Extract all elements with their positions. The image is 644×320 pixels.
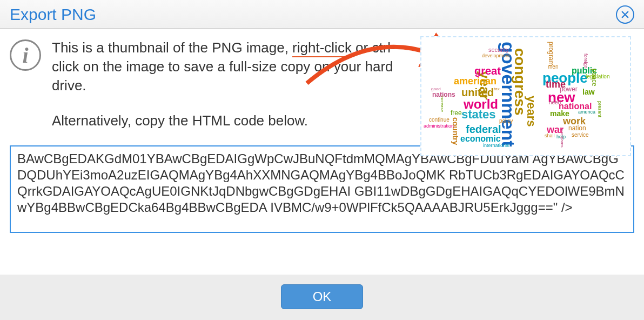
info-row: i This is a thumbnail of the PNG image, … xyxy=(10,38,634,130)
wordcloud-word: men xyxy=(548,64,558,70)
wordcloud-word: foreign xyxy=(583,54,588,69)
wordcloud-word: shall xyxy=(545,134,555,138)
html-code-text: BAwCBgEDAKGdM01YBAwCBgEDAIGgWpCwJBuNQFtd… xyxy=(17,151,625,215)
wordcloud-word: international xyxy=(483,143,509,148)
dialog-footer: OK xyxy=(0,275,644,320)
info-text: This is a thumbnail of the PNG image, ri… xyxy=(52,38,403,130)
info-text-2: Alternatively, copy the HTML code below. xyxy=(52,111,403,130)
wordcloud-word: america xyxy=(578,110,595,115)
ok-button[interactable]: OK xyxy=(281,284,364,309)
wordcloud-word: policy xyxy=(499,118,513,124)
wordcloud-word: power xyxy=(560,86,578,92)
wordcloud-word: country xyxy=(452,117,459,145)
wordcloud-word: present xyxy=(597,101,602,117)
wordcloud-word: make xyxy=(550,110,569,117)
close-icon xyxy=(620,10,630,19)
wordcloud-word: free xyxy=(451,110,462,116)
wordcloud-word: law xyxy=(582,88,595,96)
wordcloud-word: years xyxy=(525,96,537,127)
wordcloud-word: need xyxy=(549,100,561,105)
wordcloud-word: service xyxy=(572,132,589,138)
right-click-text: right-click xyxy=(292,39,352,57)
dialog-content: i This is a thumbnail of the PNG image, … xyxy=(0,29,644,268)
html-code-box[interactable]: BAwCBgEDAKGdM01YBAwCBgEDAIGgWpCwJBuNQFtd… xyxy=(10,145,634,233)
close-button[interactable] xyxy=(616,5,634,24)
wordcloud-word: administration xyxy=(424,124,454,129)
wordcloud-word: programs xyxy=(560,129,564,148)
wordcloud-word: economic xyxy=(460,135,501,143)
wordcloud-image: governmentcongressyearyearspeoplenewworl… xyxy=(421,37,630,155)
wordcloud-word: good xyxy=(431,87,441,91)
wordcloud-word: nation xyxy=(568,125,586,131)
info-text-1a: This is a thumbnail of the PNG image, xyxy=(52,39,292,56)
wordcloud-word: security xyxy=(488,47,509,53)
dialog-header: Export PNG xyxy=(0,0,644,29)
wordcloud-word: continue xyxy=(429,117,450,123)
wordcloud-word: increase xyxy=(440,96,444,112)
wordcloud-word: american xyxy=(454,76,497,86)
info-icon: i xyxy=(10,39,41,71)
wordcloud-word: peace xyxy=(591,69,598,86)
dialog-title: Export PNG xyxy=(10,5,96,24)
wordcloud-word: federal xyxy=(466,124,501,135)
png-thumbnail[interactable]: governmentcongressyearyearspeoplenewworl… xyxy=(420,36,631,156)
wordcloud-word: united xyxy=(461,87,494,98)
wordcloud-word: great xyxy=(474,65,501,76)
wordcloud-word: states xyxy=(461,109,496,121)
wordcloud-word: tax xyxy=(494,87,500,91)
wordcloud-word: development xyxy=(482,54,510,58)
export-png-dialog: Export PNG i This is a thumbnail of the … xyxy=(0,0,644,320)
wordcloud-word: program xyxy=(548,42,554,66)
